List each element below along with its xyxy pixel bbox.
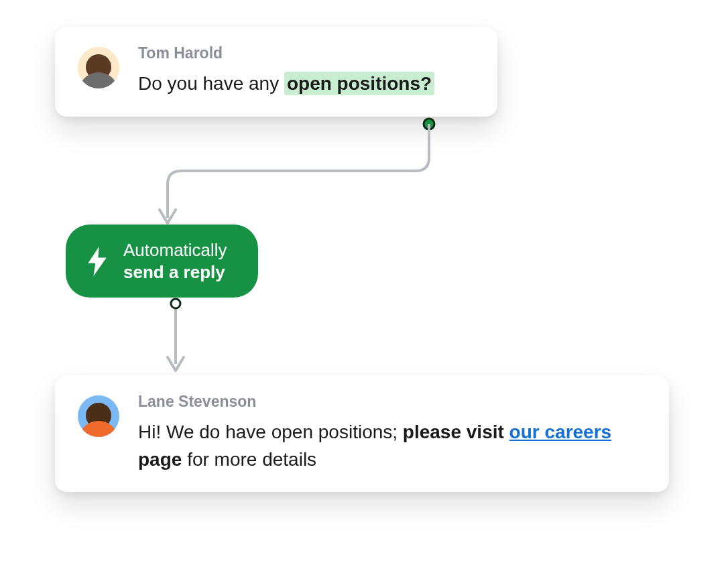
message-content: Lane Stevenson Hi! We do have open posit… bbox=[138, 393, 646, 473]
lightning-icon bbox=[86, 247, 109, 276]
reply-prefix: Hi! We do have open positions; bbox=[138, 422, 403, 442]
svg-point-0 bbox=[424, 119, 434, 129]
connector-dot-top bbox=[422, 117, 436, 131]
author-name: Tom Harold bbox=[138, 44, 475, 62]
message-content: Tom Harold Do you have any open position… bbox=[138, 44, 475, 98]
message-text: Hi! We do have open positions; please vi… bbox=[138, 419, 646, 473]
avatar bbox=[78, 47, 119, 88]
avatar bbox=[78, 395, 119, 437]
connector-line-bottom bbox=[161, 305, 201, 385]
careers-link[interactable]: our careers bbox=[509, 422, 612, 442]
automation-action-label: Automatically send a reply bbox=[123, 239, 227, 283]
connector-line-top bbox=[154, 124, 463, 238]
author-name: Lane Stevenson bbox=[138, 393, 646, 411]
message-prefix: Do you have any bbox=[138, 73, 284, 94]
automation-action-pill: Automatically send a reply bbox=[66, 225, 258, 298]
svg-point-1 bbox=[171, 299, 180, 308]
reply-bold-2: page bbox=[138, 449, 182, 470]
connector-dot-bottom bbox=[169, 297, 182, 310]
highlighted-phrase: open positions? bbox=[284, 72, 434, 95]
action-line2: send a reply bbox=[123, 261, 227, 283]
reply-suffix: for more details bbox=[182, 449, 316, 470]
action-line1: Automatically bbox=[123, 239, 227, 261]
reply-bold-1: please visit bbox=[403, 422, 509, 442]
message-text: Do you have any open positions? bbox=[138, 70, 475, 98]
reply-message-card: Lane Stevenson Hi! We do have open posit… bbox=[55, 375, 669, 492]
incoming-message-card: Tom Harold Do you have any open position… bbox=[55, 27, 497, 117]
